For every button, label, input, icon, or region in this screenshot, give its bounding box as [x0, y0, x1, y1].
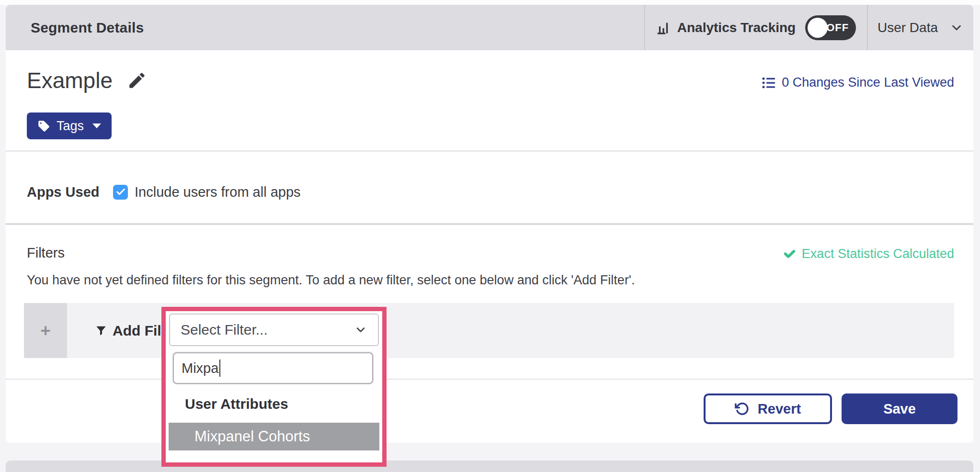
filter-search-input[interactable]: Mixpa [173, 352, 373, 384]
edit-pencil-icon[interactable] [127, 70, 147, 90]
segment-name: Example [27, 67, 113, 93]
include-all-apps-label: Include users from all apps [135, 184, 301, 200]
filter-search-value: Mixpa [182, 360, 218, 376]
section-divider [6, 223, 973, 225]
segment-details-header: Segment Details Analytics Tracking OFF U… [6, 5, 973, 50]
chevron-down-icon [949, 21, 964, 35]
filters-description: You have not yet defined filters for thi… [27, 273, 635, 288]
page-top-gap [0, 0, 980, 5]
select-filter-value: Select Filter... [181, 322, 268, 338]
footer-divider [6, 379, 973, 380]
analytics-tracking-toggle[interactable]: OFF [805, 15, 856, 40]
user-data-label: User Data [877, 20, 938, 35]
list-icon [762, 76, 776, 90]
dropdown-option-label: Mixpanel Cohorts [194, 428, 310, 445]
dropdown-option-mixpanel-cohorts[interactable]: Mixpanel Cohorts [169, 423, 379, 450]
revert-button[interactable]: Revert [704, 393, 832, 424]
apps-used-label: Apps Used [27, 184, 113, 200]
highlight-annotation-box: Select Filter... Mixpa User Attributes M… [161, 307, 387, 467]
save-button-label: Save [883, 401, 916, 417]
toggle-state-label: OFF [826, 22, 849, 34]
analytics-tracking-label: Analytics Tracking [677, 20, 796, 35]
tags-button[interactable]: Tags [27, 112, 112, 139]
section-divider [6, 150, 973, 152]
exact-statistics-status: Exact Statistics Calculated [783, 247, 954, 261]
header-right-controls: Analytics Tracking OFF User Data [644, 5, 973, 50]
apps-used-row: Apps Used Include users from all apps [27, 182, 301, 202]
revert-button-label: Revert [758, 401, 801, 417]
select-filter-dropdown[interactable]: Select Filter... [169, 314, 379, 346]
tag-icon [37, 120, 50, 133]
exact-statistics-label: Exact Statistics Calculated [802, 247, 954, 261]
bar-chart-icon [656, 21, 671, 35]
toggle-knob [808, 18, 828, 38]
text-cursor [219, 360, 220, 377]
changes-link-label: 0 Changes Since Last Viewed [782, 75, 954, 90]
chevron-down-icon [354, 323, 367, 337]
user-data-dropdown[interactable]: User Data [867, 5, 973, 50]
segment-details-card: Example 0 Changes Since Last Viewed Tags… [6, 50, 973, 443]
dropdown-group-header: User Attributes [185, 396, 288, 412]
page-title: Segment Details [31, 20, 144, 36]
segment-name-row: Example [27, 67, 147, 93]
include-all-apps-checkbox[interactable] [113, 185, 128, 200]
add-filter-plus-button[interactable]: + [24, 303, 67, 358]
tags-button-label: Tags [57, 119, 84, 134]
filters-heading: Filters [27, 245, 65, 261]
next-section-header-edge [6, 461, 973, 472]
undo-icon [735, 402, 749, 416]
filter-funnel-icon [95, 325, 107, 337]
plus-icon: + [40, 321, 50, 341]
save-button[interactable]: Save [842, 393, 957, 424]
check-icon [783, 247, 796, 260]
analytics-tracking-section: Analytics Tracking OFF [644, 5, 867, 50]
changes-since-last-viewed-link[interactable]: 0 Changes Since Last Viewed [762, 75, 954, 90]
caret-down-icon [92, 124, 101, 128]
